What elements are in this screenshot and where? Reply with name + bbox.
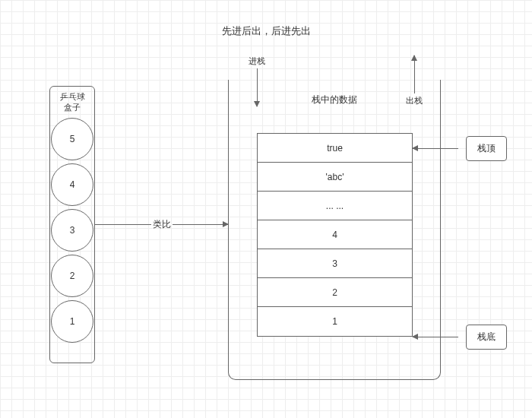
ball: 5 <box>51 118 93 160</box>
ball-box-label: 乒乓球 盒子 <box>60 87 85 118</box>
push-label: 进栈 <box>245 55 268 67</box>
stack-bottom-pointer: 栈底 <box>413 325 507 348</box>
stack-cell: true <box>258 134 412 163</box>
ball: 4 <box>51 163 93 206</box>
stack-cells: true 'abc' ... ... 4 3 2 1 <box>257 133 413 337</box>
stack-cell: ... ... <box>258 192 412 220</box>
arrow-left-icon <box>413 148 458 149</box>
ball: 1 <box>51 300 93 343</box>
diagram-title: 先进后出，后进先出 <box>0 24 532 38</box>
ball-box-label-line2: 盒子 <box>60 102 85 112</box>
arrow-right-icon <box>173 224 229 225</box>
arrow-left-icon <box>413 337 458 337</box>
stack-bottom-label: 栈底 <box>466 325 507 350</box>
analogy-label: 类比 <box>151 218 173 231</box>
ball-box-label-line1: 乒乓球 <box>60 91 85 102</box>
stack-cell: 4 <box>258 220 412 249</box>
stack-cell: 1 <box>258 307 412 336</box>
analogy-arrow: 类比 <box>95 217 228 232</box>
stack-cell: 'abc' <box>258 163 412 192</box>
stack-title: 栈中的数据 <box>229 93 440 106</box>
stack-top-label: 栈顶 <box>466 136 507 161</box>
ball-list: 5 4 3 2 1 <box>51 118 93 363</box>
ball: 2 <box>51 255 93 297</box>
stack-top-pointer: 栈顶 <box>413 137 507 160</box>
stack-cell: 2 <box>258 278 412 307</box>
ball: 3 <box>51 209 93 252</box>
stack-cell: 3 <box>258 249 412 278</box>
arrow-line <box>95 224 151 225</box>
ball-box: 乒乓球 盒子 5 4 3 2 1 <box>49 86 95 363</box>
